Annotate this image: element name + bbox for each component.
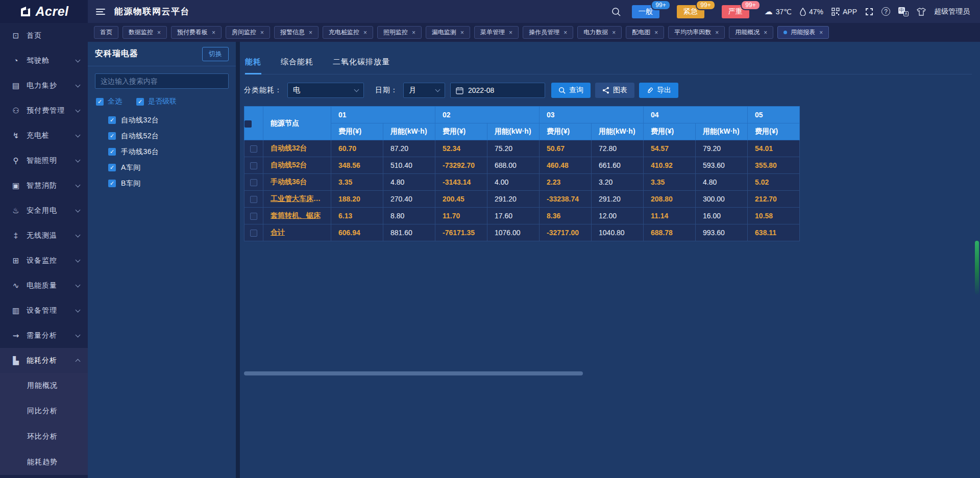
tab-用能报表[interactable]: 用能报表×	[777, 26, 829, 39]
language-icon[interactable]: 中A	[898, 7, 909, 16]
tab-充电桩监控[interactable]: 充电桩监控×	[323, 26, 373, 39]
tab-用能概况[interactable]: 用能概况×	[729, 26, 773, 39]
alarm-button-严重[interactable]: 严重99+	[722, 5, 749, 18]
close-icon[interactable]: ×	[212, 29, 215, 36]
sidebar-item-cockpit[interactable]: ◔驾驶舱	[0, 48, 88, 73]
close-icon[interactable]: ×	[363, 29, 367, 36]
alarm-button-紧急[interactable]: 紧急99+	[677, 5, 704, 18]
tab-平均功率因数[interactable]: 平均功率因数×	[668, 26, 725, 39]
app-qr-button[interactable]: APP	[831, 8, 857, 16]
close-icon[interactable]: ×	[715, 29, 719, 36]
date-picker[interactable]: 2022-08	[450, 83, 545, 98]
energy-node-name[interactable]: 自动线32台	[263, 140, 331, 157]
tab-综合能耗[interactable]: 综合能耗	[281, 57, 313, 74]
submenu-item-环比分析[interactable]: 环比分析	[0, 424, 88, 449]
close-icon[interactable]: ×	[509, 29, 512, 36]
search-icon[interactable]	[611, 7, 621, 16]
sidebar-item-wireless-temp[interactable]: ‡无线测温	[0, 223, 88, 248]
sidebar-item-home[interactable]: ⊡首页	[0, 23, 88, 48]
energy-node-name[interactable]: 自动线52台	[263, 157, 331, 174]
checkbox-checked-icon[interactable]: ✓	[108, 116, 116, 124]
help-icon[interactable]: ?	[881, 7, 890, 16]
sidebar-item-energy-analysis[interactable]: ▙能耗分析	[0, 348, 88, 373]
energy-node-name[interactable]: 工业管大车床、加...	[263, 191, 331, 208]
close-icon[interactable]: ×	[764, 29, 767, 36]
checkbox-checked-icon[interactable]: ✓	[108, 148, 116, 156]
sidebar-item-prepaid-mgmt[interactable]: ⚇预付费管理	[0, 98, 88, 123]
row-checkbox[interactable]	[250, 145, 257, 153]
checkbox-checked-icon[interactable]: ✓	[108, 180, 116, 187]
close-icon[interactable]: ×	[612, 29, 616, 36]
energy-node-name[interactable]: 手动线36台	[263, 174, 331, 191]
row-checkbox[interactable]	[250, 230, 257, 237]
tab-菜单管理[interactable]: 菜单管理×	[474, 26, 519, 39]
fullscreen-icon[interactable]	[865, 8, 873, 16]
tab-照明监控[interactable]: 照明监控×	[377, 26, 422, 39]
submenu-item-能耗趋势[interactable]: 能耗趋势	[0, 449, 88, 475]
horizontal-scrollbar[interactable]	[244, 371, 583, 375]
tab-预付费看板[interactable]: 预付费看板×	[171, 26, 222, 39]
period-select[interactable]: 月	[403, 83, 445, 98]
tree-item-A车间[interactable]: ✓A车间	[108, 160, 236, 175]
row-checkbox[interactable]	[250, 196, 257, 203]
tab-操作员管理[interactable]: 操作员管理×	[523, 26, 573, 39]
tree-item-B车间[interactable]: ✓B车间	[108, 175, 236, 191]
collapse-menu-icon[interactable]	[96, 9, 106, 15]
table-select-all-checkbox[interactable]	[244, 120, 252, 128]
row-checkbox[interactable]	[250, 162, 257, 169]
row-checkbox[interactable]	[250, 179, 257, 186]
submenu-item-同比分析[interactable]: 同比分析	[0, 398, 88, 424]
tab-二氧化碳排放量[interactable]: 二氧化碳排放量	[333, 57, 390, 74]
tab-数据监控[interactable]: 数据监控×	[122, 26, 167, 39]
tab-首页[interactable]: 首页	[94, 26, 118, 39]
energy-node-name[interactable]: 合计	[263, 224, 331, 241]
tree-item-自动线32台[interactable]: ✓自动线32台	[108, 112, 236, 128]
node-link[interactable]: 套筒转机、锯床	[271, 211, 321, 219]
tab-能耗[interactable]: 能耗	[245, 57, 261, 74]
checkbox-checked-icon[interactable]: ✓	[108, 132, 116, 140]
tree-item-自动线52台[interactable]: ✓自动线52台	[108, 128, 236, 144]
vertical-scrollbar[interactable]	[975, 241, 979, 294]
close-icon[interactable]: ×	[654, 29, 658, 36]
export-button[interactable]: 导出	[639, 83, 678, 98]
category-select[interactable]: 电	[287, 83, 364, 98]
sidebar-item-demand-analysis[interactable]: ⇝需量分析	[0, 323, 88, 348]
node-link[interactable]: 合计	[271, 228, 285, 236]
sidebar-item-label: 安全用电	[27, 206, 76, 215]
energy-node-name[interactable]: 套筒转机、锯床	[263, 208, 331, 224]
query-button[interactable]: 查询	[551, 83, 591, 98]
sidebar-item-safe-power[interactable]: ♨安全用电	[0, 198, 88, 223]
chart-button[interactable]: 图表	[595, 83, 634, 98]
alarm-button-一般[interactable]: 一般99+	[632, 5, 659, 18]
row-checkbox[interactable]	[250, 213, 257, 220]
sidebar-item-smart-fire[interactable]: ▣智慧消防	[0, 173, 88, 198]
close-icon[interactable]: ×	[412, 29, 415, 36]
close-icon[interactable]: ×	[260, 29, 264, 36]
close-icon[interactable]: ×	[564, 29, 567, 36]
tab-房间监控[interactable]: 房间监控×	[226, 26, 270, 39]
switch-button[interactable]: 切换	[202, 47, 229, 61]
sidebar-item-smart-lighting[interactable]: ⚲智能照明	[0, 148, 88, 173]
theme-shirt-icon[interactable]	[917, 8, 926, 16]
close-icon[interactable]: ×	[157, 29, 161, 36]
tree-item-手动线36台[interactable]: ✓手动线36台	[108, 144, 236, 160]
current-user[interactable]: 超级管理员	[934, 7, 970, 16]
sidebar-item-device-monitor[interactable]: ⊞设备监控	[0, 248, 88, 273]
close-icon[interactable]: ×	[819, 29, 823, 36]
close-icon[interactable]: ×	[309, 29, 312, 36]
node-link[interactable]: 工业管大车床、加...	[271, 194, 331, 203]
tab-报警信息[interactable]: 报警信息×	[274, 26, 318, 39]
tab-配电图[interactable]: 配电图×	[626, 26, 664, 39]
sidebar-item-power-reading[interactable]: ▤电力集抄	[0, 73, 88, 98]
sidebar-item-device-mgmt[interactable]: ▥设备管理	[0, 298, 88, 323]
device-search-input[interactable]	[95, 73, 229, 89]
submenu-item-用能概况[interactable]: 用能概况	[0, 373, 88, 398]
checkbox-checked-icon[interactable]: ✓	[108, 164, 116, 171]
cascade-checkbox[interactable]: ✓ 是否级联	[136, 97, 177, 106]
close-icon[interactable]: ×	[460, 29, 464, 36]
select-all-checkbox[interactable]: ✓ 全选	[96, 97, 122, 106]
tab-电力数据[interactable]: 电力数据×	[577, 26, 622, 39]
sidebar-item-power-quality[interactable]: ∿电能质量	[0, 273, 88, 298]
tab-漏电监测[interactable]: 漏电监测×	[426, 26, 470, 39]
sidebar-item-charging-pile[interactable]: ↯充电桩	[0, 123, 88, 148]
